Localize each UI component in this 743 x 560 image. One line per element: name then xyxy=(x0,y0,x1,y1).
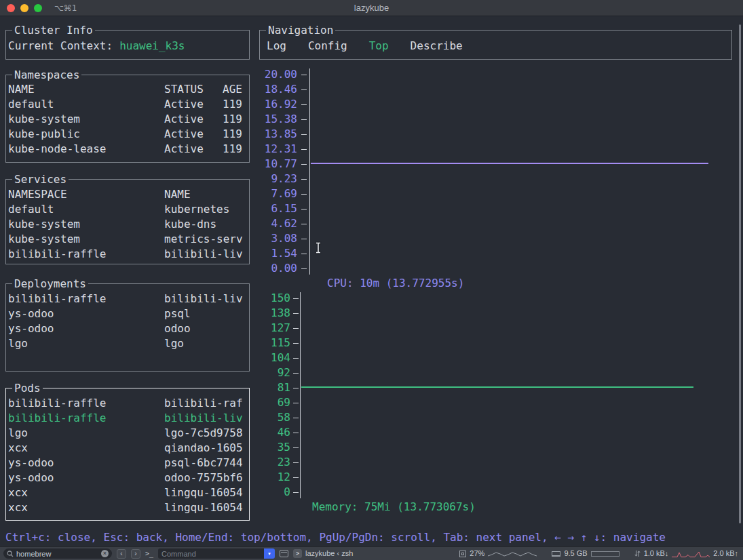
cell-col1: ys-odoo xyxy=(8,306,164,321)
tick-mark-icon xyxy=(301,119,307,120)
clear-search-button[interactable]: × xyxy=(101,550,109,557)
table-row[interactable]: ys-odoo psql xyxy=(8,306,247,321)
minimize-button[interactable] xyxy=(20,4,28,12)
tick-label: 0 xyxy=(259,485,290,500)
tab-shortcut-label: ⌥⌘1 xyxy=(54,3,77,13)
cell-age: 119 xyxy=(223,127,247,142)
tick-mark-icon xyxy=(293,313,299,314)
tick-label: 46 xyxy=(259,425,290,440)
table-row[interactable]: kube-node-lease Active 119 xyxy=(8,142,247,157)
table-row[interactable]: bilibili-raffle bilibili-raf xyxy=(8,396,247,411)
table-row[interactable]: ys-odoo odoo-7575bf6 xyxy=(8,471,247,485)
close-button[interactable] xyxy=(7,4,15,12)
panel-title: Navigation xyxy=(266,23,335,38)
table-row[interactable]: kube-system Active 119 xyxy=(8,112,247,127)
table-row[interactable]: bilibili-raffle bilibili-liv xyxy=(8,292,247,306)
cell-status: Active xyxy=(164,127,223,142)
tick-mark-icon xyxy=(293,328,299,329)
tick-mark-icon xyxy=(301,254,307,254)
cell-col2: lingqu-16054 xyxy=(164,500,247,515)
cell-col1: kube-system xyxy=(8,217,164,232)
cell-status: Active xyxy=(164,97,223,112)
panel-title: Pods xyxy=(12,381,43,396)
tick-label: 127 xyxy=(259,321,290,336)
tab-describe[interactable]: Describe xyxy=(411,39,463,54)
scrollbar-thumb[interactable] xyxy=(739,24,741,523)
axis-tick: 18.46 xyxy=(259,82,721,97)
panel-cluster-info: Cluster Info Current Context:huawei_k3s xyxy=(5,30,250,60)
cell-col1: xcx xyxy=(8,500,164,515)
axis-tick: 4.62 xyxy=(259,216,721,231)
forward-button[interactable]: › xyxy=(131,549,140,559)
header-name: NAME xyxy=(8,82,164,97)
memory-usage-line xyxy=(301,386,693,388)
zoom-button[interactable] xyxy=(34,4,42,12)
tab-top[interactable]: Top xyxy=(369,39,389,54)
terminal-window-icon[interactable] xyxy=(280,550,288,557)
back-button[interactable]: ‹ xyxy=(117,549,126,559)
cell-col1: lgo xyxy=(8,426,164,441)
command-input[interactable] xyxy=(158,548,264,559)
tab-config[interactable]: Config xyxy=(308,39,347,54)
command-dropdown-button[interactable]: ▾ xyxy=(264,548,275,559)
panel-navigation: Navigation Log Config Top Describe xyxy=(259,30,732,60)
memory-meter: 9.5 GB xyxy=(552,548,619,559)
axis-tick: 16.92 xyxy=(259,97,721,112)
tick-mark-icon xyxy=(293,433,299,433)
memory-caption: Memory: 75Mi (13.773067s) xyxy=(312,500,476,515)
cell-status: Active xyxy=(164,112,223,127)
table-row[interactable]: lgo lgo xyxy=(8,336,247,351)
tick-mark-icon xyxy=(293,388,299,388)
tick-label: 81 xyxy=(259,380,290,395)
command-field[interactable]: ▾ xyxy=(158,548,275,559)
tick-mark-icon xyxy=(301,149,307,150)
axis-tick: 46 xyxy=(259,425,721,440)
cell-col1: kube-system xyxy=(8,232,164,247)
tick-label: 104 xyxy=(259,351,290,365)
cell-col2: lingqu-16054 xyxy=(164,485,247,500)
ibeam-cursor-icon xyxy=(315,242,322,258)
cell-name: kube-public xyxy=(8,127,164,142)
cell-age: 119 xyxy=(223,142,247,157)
panel-pods: Pods bilibili-raffle bilibili-raf bilibi… xyxy=(5,388,250,521)
services-rows: default kubernetes kube-system kube-dns … xyxy=(8,202,247,262)
tick-mark-icon xyxy=(301,209,307,209)
table-row[interactable]: kube-public Active 119 xyxy=(8,127,247,142)
header-status: STATUS xyxy=(164,82,223,97)
tab-log[interactable]: Log xyxy=(267,39,286,54)
table-row[interactable]: bilibili-raffle bilibili-liv xyxy=(8,411,247,426)
table-row[interactable]: default kubernetes xyxy=(8,202,247,217)
cell-status: Active xyxy=(164,142,223,157)
cpu-chart: 20.00 18.46 16.92 15.38 13.85 12.31 10.7… xyxy=(259,67,721,291)
cell-col1: ys-odoo xyxy=(8,456,164,471)
cell-col2: lgo xyxy=(164,336,247,351)
table-row[interactable]: default Active 119 xyxy=(8,97,247,112)
tick-label: 16.92 xyxy=(259,97,297,112)
tick-mark-icon xyxy=(301,164,307,165)
search-field[interactable]: × xyxy=(3,548,112,559)
search-input[interactable] xyxy=(16,550,98,558)
session-info: > lazykube ‹ zsh xyxy=(293,548,353,559)
tick-mark-icon xyxy=(301,75,307,75)
table-row[interactable]: kube-system kube-dns xyxy=(8,217,247,232)
memory-y-axis xyxy=(300,292,301,498)
deployments-rows: bilibili-raffle bilibili-liv ys-odoo psq… xyxy=(8,292,247,351)
cell-col2: bilibili-liv xyxy=(164,292,247,306)
cpu-percent: 27% xyxy=(470,548,484,559)
table-row[interactable]: xcx lingqu-16054 xyxy=(8,485,247,500)
cell-col2: bilibili-liv xyxy=(164,411,247,426)
table-row[interactable]: lgo lgo-7c5d9758 xyxy=(8,426,247,441)
table-row[interactable]: ys-odoo odoo xyxy=(8,321,247,336)
memory-bar xyxy=(591,551,620,557)
tick-mark-icon xyxy=(293,492,299,493)
table-row[interactable]: kube-system metrics-serv xyxy=(8,232,247,247)
tick-label: 20.00 xyxy=(259,67,297,82)
panel-title: Deployments xyxy=(12,277,88,292)
session-icon: > xyxy=(293,549,302,558)
table-row[interactable]: bilibili-raffle bilibili-liv xyxy=(8,247,247,262)
header-name: NAME xyxy=(164,187,247,202)
axis-tick: 6.15 xyxy=(259,201,721,216)
table-row[interactable]: ys-odoo psql-6bc7744 xyxy=(8,456,247,471)
table-row[interactable]: xcx qiandao-1605 xyxy=(8,441,247,456)
table-row[interactable]: xcx lingqu-16054 xyxy=(8,500,247,515)
